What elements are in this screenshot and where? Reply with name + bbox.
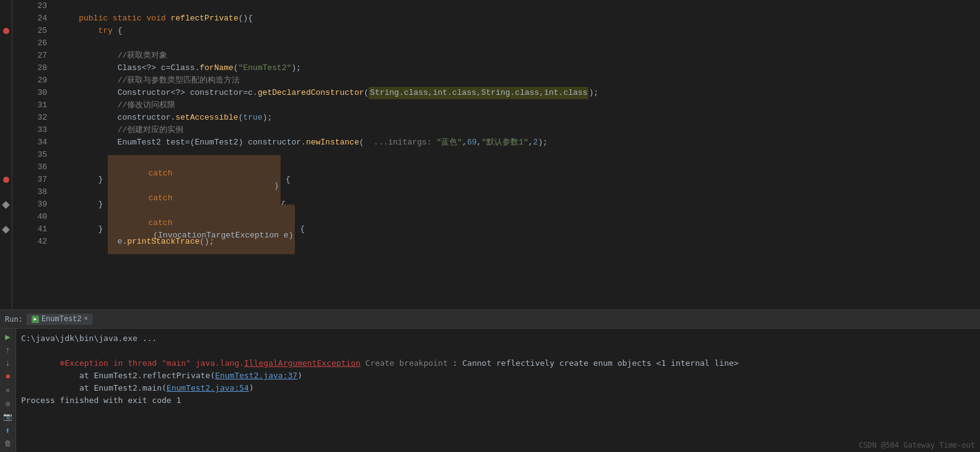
output-trace1-link[interactable]: EnumTest2.java:37 xyxy=(215,371,297,380)
gutter-line-33 xyxy=(0,124,12,136)
line-num-42: 42 xyxy=(12,236,52,248)
line-num-23: 23 xyxy=(12,0,52,12)
code-line-25: try { xyxy=(59,25,980,37)
output-exception-msg: : Cannot reflectively create enum object… xyxy=(448,358,739,368)
gutter-line-35 xyxy=(0,149,12,161)
run-sidebar: ▶ ↑ ↓ ■ ✕ ⚙ 📷 ⬆ 🗑 xyxy=(0,329,16,452)
gutter-line-38 xyxy=(0,186,12,198)
gutter-line-34 xyxy=(0,136,12,149)
gutter-line-30 xyxy=(0,87,12,99)
output-line-process: Process finished with exit code 1 xyxy=(21,394,975,407)
gutter-line-25[interactable] xyxy=(0,25,12,37)
code-line-26 xyxy=(59,37,980,50)
output-create-breakpoint: Create breakpoint xyxy=(361,358,448,368)
code-initargs-label: ...initargs: xyxy=(374,136,436,149)
run-label: Run: xyxy=(5,315,23,324)
gutter-line-28 xyxy=(0,62,12,74)
line-num-34: 34 xyxy=(12,136,52,149)
code-comment-29: //获取与参数类型匹配的构造方法 xyxy=(118,74,240,87)
line-num-37: 37 xyxy=(12,174,52,186)
gutter-line-29 xyxy=(0,74,12,87)
code-kw-public: public xyxy=(79,12,108,25)
gutter-line-41[interactable] xyxy=(0,223,12,236)
run-tab-icon: ▶ xyxy=(32,316,39,323)
line-num-33: 33 xyxy=(12,124,52,136)
run-output: C:\java\jdk\bin\java.exe ... ⊕Exception … xyxy=(16,329,980,452)
gutter-line-36 xyxy=(0,161,12,174)
settings-button[interactable]: ⚙ xyxy=(2,398,14,410)
output-exception-prefix: ⊕Exception in thread "main" java.lang. xyxy=(60,358,244,368)
run-header: Run: ▶ EnumTest2 × xyxy=(0,310,980,329)
code-kw-void: void xyxy=(146,12,165,25)
code-indent xyxy=(59,12,79,25)
line-num-27: 27 xyxy=(12,50,52,62)
gutter xyxy=(0,0,12,309)
scroll-top-button[interactable]: ⬆ xyxy=(2,425,14,436)
gutter-line-31 xyxy=(0,99,12,112)
scroll-down-button[interactable]: ↓ xyxy=(2,358,14,370)
gutter-line-42 xyxy=(0,236,12,248)
code-line-33: //创建对应的实例 xyxy=(59,124,980,136)
code-method-printStackTrace-3: printStackTrace xyxy=(127,236,199,248)
gutter-line-27 xyxy=(0,50,12,62)
gutter-line-37[interactable] xyxy=(0,174,12,186)
line-numbers: 23 24 25 26 27 28 29 30 31 32 33 34 35 3… xyxy=(12,0,57,309)
rerun-button[interactable]: ↑ xyxy=(2,345,14,357)
code-method-setAccessible: setAccessible xyxy=(175,112,238,124)
gutter-line-39[interactable] xyxy=(0,198,12,211)
gutter-line-26 xyxy=(0,37,12,50)
gutter-line-32 xyxy=(0,112,12,124)
line-num-30: 30 xyxy=(12,87,52,99)
code-method-getDeclaredConstructor: getDeclaredConstructor xyxy=(258,87,364,99)
code-line-29: //获取与参数类型匹配的构造方法 xyxy=(59,74,980,87)
code-line-41: } catch (InvocationTargetException e) { xyxy=(59,223,980,236)
gutter-line-23 xyxy=(0,0,12,12)
code-line-31: //修改访问权限 xyxy=(59,99,980,112)
output-trace2-prefix: at EnumTest2.main( xyxy=(60,383,167,392)
gutter-line-24 xyxy=(0,12,12,25)
output-exception-type[interactable]: IllegalArgumentException xyxy=(244,358,361,368)
line-num-24: 24 xyxy=(12,12,52,25)
code-string-enumtest2: "EnumTest2" xyxy=(238,62,292,74)
output-line-cmd: C:\java\jdk\bin\java.exe ... xyxy=(21,332,975,345)
line-num-36: 36 xyxy=(12,161,52,174)
code-string-default: "默认参数1" xyxy=(481,136,528,149)
output-trace1-prefix: at EnumTest2.reflectPrivate( xyxy=(60,371,215,380)
code-comment-33: //创建对应的实例 xyxy=(118,124,184,136)
line-num-38: 38 xyxy=(12,186,52,198)
stop-button[interactable]: ■ xyxy=(2,371,14,383)
output-trace2-suffix: ) xyxy=(249,383,254,392)
output-line-exception: ⊕Exception in thread "main" java.lang.Il… xyxy=(21,345,975,357)
code-line-42: e. printStackTrace (); xyxy=(59,236,980,248)
output-trace1-suffix: ) xyxy=(297,371,302,380)
code-number-69: 69 xyxy=(467,136,477,149)
run-tab[interactable]: ▶ EnumTest2 × xyxy=(27,314,93,325)
line-num-26: 26 xyxy=(12,37,52,50)
code-line-32: constructor. setAccessible ( true ); xyxy=(59,112,980,124)
code-string-blue: "蓝色" xyxy=(437,136,463,149)
code-method-newInstance: newInstance xyxy=(306,136,359,149)
editor-area: 23 24 25 26 27 28 29 30 31 32 33 34 35 3… xyxy=(0,0,980,309)
run-content: ▶ ↑ ↓ ■ ✕ ⚙ 📷 ⬆ 🗑 C:\java\jdk\bin\java.e… xyxy=(0,329,980,452)
code-content: public static void reflectPrivate (){ tr… xyxy=(57,0,980,309)
camera-button[interactable]: 📷 xyxy=(2,411,14,423)
code-method-forname: forName xyxy=(199,62,234,74)
line-num-40: 40 xyxy=(12,211,52,223)
close-button[interactable]: ✕ xyxy=(2,384,14,396)
code-number-2: 2 xyxy=(533,136,538,149)
code-line-30: Constructor<?> constructor=c. getDeclare… xyxy=(59,87,980,99)
code-line-24: public static void reflectPrivate (){ xyxy=(59,12,980,25)
code-line-34: EnumTest2 test=(EnumTest2) constructor. … xyxy=(59,136,980,149)
code-comment-27: //获取类对象 xyxy=(118,50,168,62)
code-line-28: Class<?> c=Class. forName ( "EnumTest2" … xyxy=(59,62,980,74)
watermark: CSDN @504 Gateway Time-out xyxy=(859,441,975,450)
trash-button[interactable]: 🗑 xyxy=(2,438,14,450)
output-trace2-link[interactable]: EnumTest2.java:54 xyxy=(167,383,249,392)
run-panel: Run: ▶ EnumTest2 × ▶ ↑ ↓ ■ ✕ ⚙ 📷 ⬆ 🗑 C:\… xyxy=(0,309,980,452)
close-run-tab-button[interactable]: × xyxy=(84,316,88,322)
gutter-line-40 xyxy=(0,211,12,223)
line-num-31: 31 xyxy=(12,99,52,112)
run-tab-name: EnumTest2 xyxy=(42,315,82,324)
code-kw-try: try xyxy=(98,25,112,37)
run-button[interactable]: ▶ xyxy=(2,331,14,343)
